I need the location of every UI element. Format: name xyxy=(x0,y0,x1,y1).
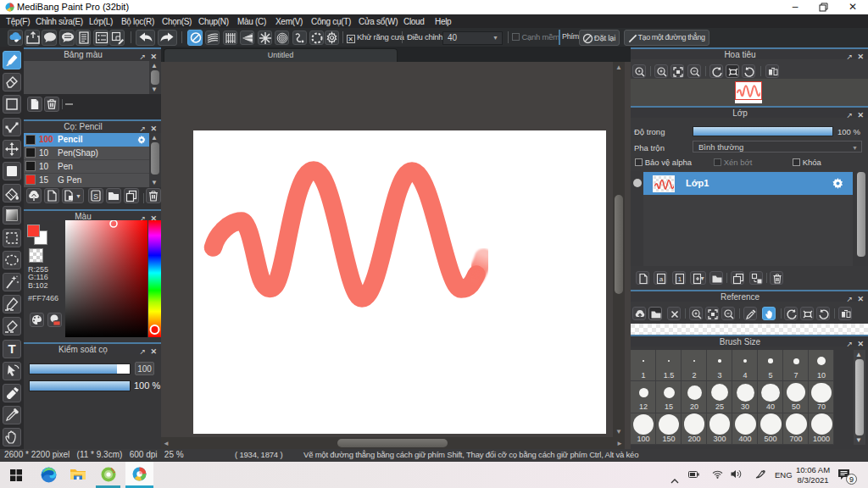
svg-text:1: 1 xyxy=(678,275,682,283)
svg-text:a: a xyxy=(659,275,664,283)
svg-text:S: S xyxy=(93,192,98,201)
